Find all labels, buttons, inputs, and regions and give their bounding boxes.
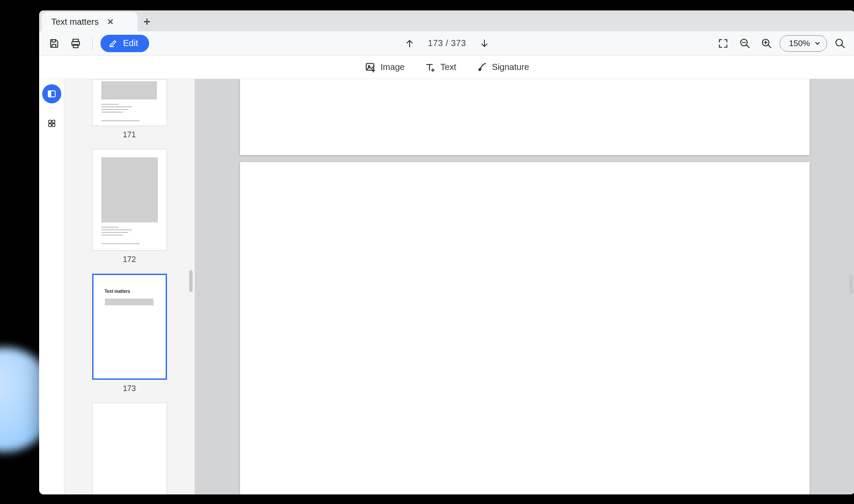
zoom-select[interactable]: 150% [780, 35, 827, 52]
svg-rect-12 [48, 124, 51, 126]
thumbnail-page-173[interactable]: Text matters [92, 274, 167, 380]
page-sheet-prev [240, 79, 810, 155]
save-icon [48, 38, 60, 49]
edit-button[interactable]: Edit [100, 35, 149, 52]
edit-button-label: Edit [123, 38, 138, 48]
insert-text-button[interactable]: Text [422, 59, 459, 76]
zoom-out-button[interactable] [736, 35, 754, 52]
document-tab[interactable]: Text matters [42, 12, 137, 31]
insert-signature-label: Signature [492, 62, 529, 72]
prev-page-button[interactable] [404, 38, 415, 49]
text-tool-icon [425, 62, 436, 73]
toolbar-divider [92, 37, 93, 50]
thumbnail-title: Text matters [105, 289, 130, 294]
plus-icon [143, 17, 151, 26]
svg-rect-11 [52, 120, 54, 123]
insert-image-label: Image [380, 62, 405, 72]
tab-strip: Text matters [39, 10, 854, 31]
thumbnail-item: Text matters 173 [77, 274, 182, 393]
page-sheet-current [240, 162, 810, 494]
search-icon [834, 38, 846, 49]
zoom-out-icon [739, 38, 751, 49]
main-toolbar: Edit 173 / 373 [39, 31, 854, 56]
print-button[interactable] [67, 35, 84, 52]
tab-title: Text matters [51, 17, 99, 27]
insert-toolbar: Image Text Signature [39, 56, 854, 79]
zoom-value: 150% [789, 39, 810, 48]
zoom-in-button[interactable] [758, 35, 775, 52]
svg-rect-13 [52, 124, 54, 126]
viewer-body: 171 172 Text matters [39, 79, 854, 494]
sidebar-toggle-icon [47, 89, 57, 99]
page-indicator[interactable]: 173 / 373 [428, 38, 466, 48]
close-icon [107, 19, 113, 25]
thumbnail-item: 171 [77, 79, 182, 139]
page-sep: / [443, 38, 451, 48]
save-button[interactable] [45, 35, 63, 52]
signature-icon [476, 62, 487, 73]
fullscreen-button[interactable] [714, 35, 732, 52]
thumbnail-page-171[interactable] [92, 79, 167, 126]
thumbnails-panel-button[interactable] [42, 84, 61, 103]
insert-image-button[interactable]: Image [362, 59, 407, 76]
image-icon [365, 62, 376, 73]
thumbnail-label: 173 [123, 384, 136, 393]
thumbnail-page-174[interactable] [92, 403, 167, 494]
zoom-in-icon [761, 38, 772, 49]
page-canvas[interactable] [195, 79, 854, 494]
grid-icon [47, 119, 57, 128]
thumbnail-panel[interactable]: 171 172 Text matters [64, 79, 195, 494]
new-tab-button[interactable] [137, 12, 157, 31]
close-tab-button[interactable] [106, 17, 115, 27]
svg-rect-9 [48, 91, 51, 97]
print-icon [70, 38, 81, 49]
thumbnail-item: 172 [77, 149, 182, 264]
arrow-down-icon [479, 38, 490, 49]
next-page-button[interactable] [479, 38, 490, 49]
page-current: 173 [428, 38, 443, 48]
insert-text-label: Text [440, 62, 457, 72]
thumbnail-label: 172 [123, 255, 136, 264]
svg-rect-2 [73, 44, 78, 48]
search-button[interactable] [831, 35, 849, 52]
thumbnail-label: 171 [123, 130, 136, 139]
app-window: Text matters Edit [39, 10, 854, 494]
page-total: 373 [451, 38, 466, 48]
grid-view-button[interactable] [42, 114, 61, 133]
fullscreen-icon [717, 38, 729, 49]
chevron-down-icon [814, 40, 821, 46]
arrow-up-icon [404, 38, 415, 49]
svg-rect-10 [48, 120, 51, 123]
thumbnail-page-172[interactable] [92, 149, 167, 251]
insert-signature-button[interactable]: Signature [474, 59, 532, 76]
page-navigator: 173 / 373 [404, 38, 490, 49]
thumbnail-item: 174 [77, 403, 182, 494]
left-rail [39, 79, 64, 494]
pencil-icon [108, 39, 118, 48]
